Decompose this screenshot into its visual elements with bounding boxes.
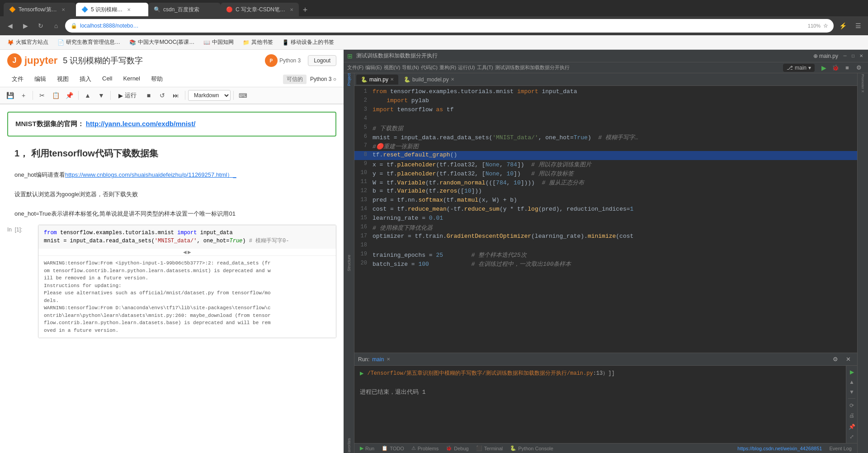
text-cell-1: one_hot编码请查看https://www.cnblogs.com/shua… [7,167,336,186]
code-cell-1: In [1]: from tensorflow.examples.tutoria… [7,225,336,338]
home-button[interactable]: ⌂ [50,19,62,32]
structure-icon[interactable]: Structure [344,259,354,268]
move-down-button[interactable]: ▼ [95,89,108,102]
bookmark-cnki[interactable]: 📖 中国知网 [200,38,237,47]
copy-button[interactable]: 📋 [49,89,62,102]
status-terminal-label: Terminal [484,446,503,451]
address-bar[interactable]: 🔒 localhost:8888/notebo… 110% ☆ [65,19,834,33]
status-todo-button[interactable]: 📋 TODO [380,445,406,451]
pycharm-maximize-button[interactable]: □ [850,53,856,59]
pc-menu-file[interactable]: 文件(F) [347,64,363,71]
tab-main-py-close[interactable]: ✕ [390,77,394,82]
cell-type-select[interactable]: Markdown Code Raw [188,90,231,101]
pc-menu-code[interactable]: 代码(C) [421,64,438,71]
logout-button[interactable]: Logout [308,55,336,66]
tab2-close[interactable]: ✕ [127,7,131,12]
browser-tab-1[interactable]: 🔶 Tensorflow/第… ✕ [4,3,76,16]
pycharm-minimize-button[interactable]: ─ [842,53,848,59]
extensions-button[interactable]: ⚡ [836,19,849,32]
print-button[interactable]: 🖨 [847,411,856,420]
pc-menu-edit[interactable]: 编辑(E) [365,64,382,71]
tab4-close[interactable]: ✕ [290,7,293,12]
run-tab-close[interactable]: ✕ [387,357,390,362]
star-icon[interactable]: ☆ [823,23,828,29]
menu-view[interactable]: 视图 [52,73,73,85]
run-again-button[interactable]: ▶ [847,368,856,376]
tab-build-model-close[interactable]: ✕ [451,77,454,82]
bookmark-mooc[interactable]: 📚 中国大学MOOC(慕课… [126,38,198,47]
pc-run-button[interactable]: ▶ [818,62,829,73]
browser-tab-2[interactable]: 🔷 5 识别模糊… ✕ [76,3,148,16]
bookmark-more[interactable]: 📁 其他书签 [239,38,277,47]
pin-button[interactable]: 📌 [847,423,856,431]
move-up-button[interactable]: ▲ [81,89,94,102]
status-run-button[interactable]: ▶ Run [358,445,376,451]
run-panel-close-button[interactable]: ✕ [843,354,854,365]
pc-menu-refactor[interactable]: 重构(R) [439,64,456,71]
menu-file[interactable]: 文件 [7,73,28,85]
bookmark-foxofficial[interactable]: 🦊 火狐官方站点 [4,38,52,47]
expand-button[interactable]: ⤢ [847,433,856,441]
favorites-icon[interactable]: Favorites [344,442,354,451]
code-line-13: 13 pred = tf.nn.softmax(tf.matmul(x, W) … [354,196,857,205]
stop-button[interactable]: ■ [142,89,155,102]
save-button[interactable]: 💾 [4,89,16,102]
back-button[interactable]: ◀ [4,19,16,32]
paste-button[interactable]: 📌 [63,89,75,102]
project-icon[interactable]: Project [344,75,354,84]
code-area-1[interactable]: from tensorflow.examples.tutorials.mnist… [38,225,336,338]
tab1-close[interactable]: ✕ [61,7,65,12]
cut-button[interactable]: ✂ [36,89,48,102]
status-python-console-button[interactable]: 🐍 Python Console [508,445,555,451]
restart-button[interactable]: ↺ [156,89,169,102]
pycharm-code-editor[interactable]: 1 from tensorflow.examples.tutorials.mni… [354,86,857,353]
settings-gear-icon[interactable]: ⚙ [830,354,841,365]
branch-selector[interactable]: ⎇ main ▾ [783,64,815,72]
pc-menu-view[interactable]: 视图(V) [384,64,401,71]
mnist-link[interactable]: http://yann.lecun.com/exdb/mnist/ [86,120,196,127]
bookmark-mobile[interactable]: 📱 移动设备上的书签 [278,38,338,47]
status-url[interactable]: https://blog.csdn.net/weixin_44268851 [736,446,824,451]
scroll-down-button[interactable]: ▼ [847,387,856,396]
key-promoter-icon[interactable]: Key Promoter X [859,75,868,84]
kernel-status: Python 3 ○ [310,76,336,82]
pycharm-close-button[interactable]: ✕ [858,53,864,59]
tab2-favicon: 🔷 [81,6,88,13]
pc-menu-tools[interactable]: 工具(T) [477,64,493,71]
browser-tab-3[interactable]: 🔍 csdn_百度搜索 [148,3,221,16]
new-tab-button[interactable]: + [299,4,311,16]
wrap-button[interactable]: ⟳ [847,401,856,410]
tab2-label: 5 识别模糊… [91,6,123,14]
scroll-indicator[interactable]: ◀ ▶ [38,249,336,255]
status-terminal-button[interactable]: ⬛ Terminal [474,445,505,451]
menu-insert[interactable]: 插入 [75,73,96,85]
tab-build-model-py[interactable]: 🐍 build_model.py ✕ [399,75,459,85]
keyboard-shortcut-button[interactable]: ⌨ [236,89,249,102]
pc-settings-button[interactable]: ⚙ [854,62,864,73]
restart-run-button[interactable]: ⏭ [170,89,182,102]
pc-debug-button[interactable]: 🐞 [830,62,841,73]
event-log-button[interactable]: Event Log [827,446,854,451]
forward-button[interactable]: ▶ [19,19,32,32]
tab-main-py[interactable]: 🐍 main.py ✕ [356,75,398,85]
refresh-button[interactable]: ↻ [34,19,47,32]
pc-menu-nav[interactable]: 导航(N) [402,64,419,71]
scroll-up-button[interactable]: ▲ [847,378,856,386]
run-button[interactable]: ▶ 运行 [113,90,142,101]
add-cell-button[interactable]: + [17,89,30,102]
cnblogs-link[interactable]: https://www.cnblogs.com/shuaishuaidefeiz… [65,171,236,178]
menu-button[interactable]: ☰ [852,19,864,32]
pc-menu-run[interactable]: 运行(U) [458,64,475,71]
bookmark-edu[interactable]: 📄 研究生教育管理信息… [54,38,124,47]
code-line-5: 5 # 下载数据 [354,124,857,133]
menu-help[interactable]: 帮助 [146,73,167,85]
status-problems-label: Problems [418,446,439,451]
menu-kernel[interactable]: Kernel [118,73,145,85]
menu-edit[interactable]: 编辑 [30,73,51,85]
browser-tab-4[interactable]: 🔴 C 写文章-CSDN笔… ✕ [221,3,299,16]
tab-build-model-icon: 🐍 [404,76,410,83]
pc-stop-run-button[interactable]: ■ [842,62,853,73]
status-debug-button[interactable]: 🐞 Debug [444,445,470,451]
menu-cell[interactable]: Cell [98,73,117,85]
status-problems-button[interactable]: ⚠ Problems [410,445,440,451]
